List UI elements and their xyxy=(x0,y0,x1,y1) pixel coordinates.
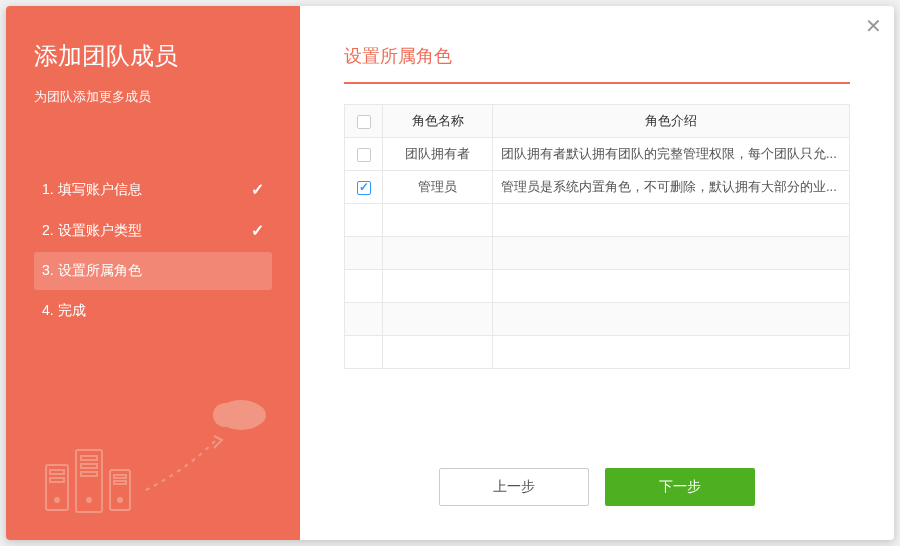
header-role-desc: 角色介绍 xyxy=(493,105,850,138)
svg-rect-4 xyxy=(50,470,64,474)
row-checkbox[interactable] xyxy=(357,181,371,195)
roles-table: 角色名称 角色介绍 团队拥有者 团队拥有者默认拥有团队的完整管理权限，每个团队只… xyxy=(344,104,850,369)
table-row: 团队拥有者 团队拥有者默认拥有团队的完整管理权限，每个团队只允... xyxy=(345,138,850,171)
svg-point-2 xyxy=(246,405,266,425)
svg-rect-5 xyxy=(50,478,64,482)
main-title: 设置所属角色 xyxy=(344,44,850,84)
prev-button[interactable]: 上一步 xyxy=(439,468,589,506)
wizard-steps: 1. 填写账户信息 ✓ 2. 设置账户类型 ✓ 3. 设置所属角色 4. 完成 xyxy=(34,170,272,332)
next-button[interactable]: 下一步 xyxy=(605,468,755,506)
step-assign-role[interactable]: 3. 设置所属角色 xyxy=(34,252,272,290)
table-row-empty xyxy=(345,336,850,369)
svg-point-6 xyxy=(55,498,59,502)
role-name-cell: 管理员 xyxy=(383,171,493,204)
header-checkbox-cell xyxy=(345,105,383,138)
step-label: 3. 设置所属角色 xyxy=(42,262,142,280)
step-account-info[interactable]: 1. 填写账户信息 ✓ xyxy=(34,170,272,209)
table-row-empty xyxy=(345,303,850,336)
table-row-empty xyxy=(345,237,850,270)
decoration-illustration xyxy=(26,390,286,520)
svg-rect-10 xyxy=(81,472,97,476)
table-row: 管理员 管理员是系统内置角色，不可删除，默认拥有大部分的业... xyxy=(345,171,850,204)
svg-rect-8 xyxy=(81,456,97,460)
close-icon[interactable]: ✕ xyxy=(865,16,882,36)
header-role-name: 角色名称 xyxy=(383,105,493,138)
check-icon: ✓ xyxy=(251,180,264,199)
svg-rect-9 xyxy=(81,464,97,468)
svg-point-11 xyxy=(87,498,91,502)
check-icon: ✓ xyxy=(251,221,264,240)
role-desc-cell: 管理员是系统内置角色，不可删除，默认拥有大部分的业... xyxy=(493,171,850,204)
svg-rect-13 xyxy=(114,475,126,478)
svg-point-1 xyxy=(213,403,237,427)
role-name-cell: 团队拥有者 xyxy=(383,138,493,171)
select-all-checkbox[interactable] xyxy=(357,115,371,129)
step-label: 4. 完成 xyxy=(42,302,86,320)
svg-rect-14 xyxy=(114,481,126,484)
role-desc-cell: 团队拥有者默认拥有团队的完整管理权限，每个团队只允... xyxy=(493,138,850,171)
step-label: 1. 填写账户信息 xyxy=(42,181,142,199)
add-team-member-modal: ✕ 添加团队成员 为团队添加更多成员 1. 填写账户信息 ✓ 2. 设置账户类型… xyxy=(6,6,894,540)
row-checkbox[interactable] xyxy=(357,148,371,162)
main-content: 设置所属角色 角色名称 角色介绍 团队拥有者 团队拥有者默认拥有团队的完整管理权… xyxy=(300,6,894,540)
sidebar-title: 添加团队成员 xyxy=(34,40,272,72)
step-account-type[interactable]: 2. 设置账户类型 ✓ xyxy=(34,211,272,250)
wizard-sidebar: 添加团队成员 为团队添加更多成员 1. 填写账户信息 ✓ 2. 设置账户类型 ✓… xyxy=(6,6,300,540)
step-label: 2. 设置账户类型 xyxy=(42,222,142,240)
step-complete[interactable]: 4. 完成 xyxy=(34,292,272,330)
sidebar-subtitle: 为团队添加更多成员 xyxy=(34,88,272,106)
table-row-empty xyxy=(345,270,850,303)
svg-point-15 xyxy=(118,498,122,502)
table-row-empty xyxy=(345,204,850,237)
button-row: 上一步 下一步 xyxy=(344,468,850,516)
